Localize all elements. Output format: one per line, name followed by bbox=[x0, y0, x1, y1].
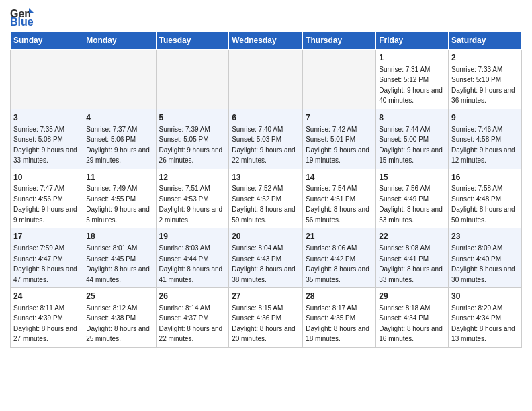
calendar-cell: 15Sunrise: 7:56 AM Sunset: 4:49 PM Dayli… bbox=[376, 169, 449, 228]
calendar-cell bbox=[303, 50, 376, 109]
day-info: Sunrise: 8:09 AM Sunset: 4:40 PM Dayligh… bbox=[451, 244, 515, 283]
day-number: 1 bbox=[379, 52, 445, 64]
day-number: 14 bbox=[306, 172, 373, 183]
day-info: Sunrise: 7:31 AM Sunset: 5:12 PM Dayligh… bbox=[379, 66, 443, 105]
day-number: 20 bbox=[232, 231, 300, 242]
weekday-header: Monday bbox=[83, 32, 156, 50]
day-number: 25 bbox=[86, 291, 152, 302]
calendar-week-row: 1Sunrise: 7:31 AM Sunset: 5:12 PM Daylig… bbox=[11, 50, 522, 109]
day-number: 16 bbox=[451, 172, 519, 183]
calendar-cell: 1Sunrise: 7:31 AM Sunset: 5:12 PM Daylig… bbox=[376, 50, 449, 109]
day-info: Sunrise: 8:01 AM Sunset: 4:45 PM Dayligh… bbox=[86, 244, 150, 283]
day-number: 30 bbox=[451, 291, 519, 302]
svg-text:Blue: Blue bbox=[10, 16, 34, 27]
day-info: Sunrise: 7:47 AM Sunset: 4:56 PM Dayligh… bbox=[13, 185, 77, 224]
day-info: Sunrise: 7:40 AM Sunset: 5:03 PM Dayligh… bbox=[232, 126, 296, 165]
page: Gen Blue SundayMondayTuesdayWednesdayThu… bbox=[0, 0, 532, 355]
day-info: Sunrise: 7:46 AM Sunset: 4:58 PM Dayligh… bbox=[451, 126, 515, 165]
calendar-table: SundayMondayTuesdayWednesdayThursdayFrid… bbox=[10, 31, 522, 348]
day-info: Sunrise: 7:39 AM Sunset: 5:05 PM Dayligh… bbox=[159, 126, 223, 165]
calendar-cell: 6Sunrise: 7:40 AM Sunset: 5:03 PM Daylig… bbox=[229, 109, 303, 169]
day-info: Sunrise: 7:37 AM Sunset: 5:06 PM Dayligh… bbox=[86, 126, 150, 165]
calendar-week-row: 3Sunrise: 7:35 AM Sunset: 5:08 PM Daylig… bbox=[11, 109, 522, 169]
day-number: 19 bbox=[159, 231, 226, 242]
calendar-cell: 11Sunrise: 7:49 AM Sunset: 4:55 PM Dayli… bbox=[83, 169, 156, 228]
header: Gen Blue bbox=[10, 7, 522, 27]
calendar-week-row: 10Sunrise: 7:47 AM Sunset: 4:56 PM Dayli… bbox=[11, 169, 522, 228]
day-info: Sunrise: 7:44 AM Sunset: 5:00 PM Dayligh… bbox=[379, 126, 443, 165]
weekday-header: Friday bbox=[376, 32, 449, 50]
day-info: Sunrise: 8:18 AM Sunset: 4:34 PM Dayligh… bbox=[379, 304, 443, 343]
day-number: 23 bbox=[451, 231, 519, 242]
logo: Gen Blue bbox=[10, 7, 34, 27]
calendar-cell: 7Sunrise: 7:42 AM Sunset: 5:01 PM Daylig… bbox=[303, 109, 376, 169]
day-info: Sunrise: 7:56 AM Sunset: 4:49 PM Dayligh… bbox=[379, 185, 443, 224]
day-info: Sunrise: 8:12 AM Sunset: 4:38 PM Dayligh… bbox=[86, 304, 150, 343]
calendar-cell: 10Sunrise: 7:47 AM Sunset: 4:56 PM Dayli… bbox=[11, 169, 83, 228]
day-number: 7 bbox=[306, 112, 373, 124]
calendar-cell: 22Sunrise: 8:08 AM Sunset: 4:41 PM Dayli… bbox=[376, 228, 449, 288]
weekday-header: Sunday bbox=[11, 32, 83, 50]
day-number: 11 bbox=[86, 172, 152, 183]
day-number: 27 bbox=[232, 291, 300, 302]
logo-icon: Gen Blue bbox=[10, 7, 34, 27]
day-info: Sunrise: 7:51 AM Sunset: 4:53 PM Dayligh… bbox=[159, 185, 223, 224]
calendar-cell bbox=[83, 50, 156, 109]
calendar-cell: 19Sunrise: 8:03 AM Sunset: 4:44 PM Dayli… bbox=[156, 228, 229, 288]
calendar-cell: 8Sunrise: 7:44 AM Sunset: 5:00 PM Daylig… bbox=[376, 109, 449, 169]
calendar-cell: 16Sunrise: 7:58 AM Sunset: 4:48 PM Dayli… bbox=[449, 169, 522, 228]
day-number: 22 bbox=[379, 231, 445, 242]
calendar-cell: 28Sunrise: 8:17 AM Sunset: 4:35 PM Dayli… bbox=[303, 288, 376, 348]
weekday-header: Thursday bbox=[303, 32, 376, 50]
calendar-cell: 14Sunrise: 7:54 AM Sunset: 4:51 PM Dayli… bbox=[303, 169, 376, 228]
day-info: Sunrise: 8:17 AM Sunset: 4:35 PM Dayligh… bbox=[306, 304, 369, 343]
day-number: 29 bbox=[379, 291, 445, 302]
day-number: 15 bbox=[379, 172, 445, 183]
calendar-cell: 30Sunrise: 8:20 AM Sunset: 4:34 PM Dayli… bbox=[449, 288, 522, 348]
weekday-header: Wednesday bbox=[229, 32, 303, 50]
calendar-header-row: SundayMondayTuesdayWednesdayThursdayFrid… bbox=[11, 32, 522, 50]
day-number: 26 bbox=[159, 291, 226, 302]
calendar-cell: 27Sunrise: 8:15 AM Sunset: 4:36 PM Dayli… bbox=[229, 288, 303, 348]
day-number: 10 bbox=[13, 172, 80, 183]
day-number: 21 bbox=[306, 231, 373, 242]
calendar-cell: 9Sunrise: 7:46 AM Sunset: 4:58 PM Daylig… bbox=[449, 109, 522, 169]
calendar-cell: 26Sunrise: 8:14 AM Sunset: 4:37 PM Dayli… bbox=[156, 288, 229, 348]
day-number: 8 bbox=[379, 112, 445, 124]
calendar-cell: 25Sunrise: 8:12 AM Sunset: 4:38 PM Dayli… bbox=[83, 288, 156, 348]
weekday-header: Tuesday bbox=[156, 32, 229, 50]
calendar-cell: 2Sunrise: 7:33 AM Sunset: 5:10 PM Daylig… bbox=[449, 50, 522, 109]
weekday-header: Saturday bbox=[449, 32, 522, 50]
calendar-cell bbox=[11, 50, 83, 109]
day-number: 3 bbox=[13, 112, 80, 124]
calendar-cell: 20Sunrise: 8:04 AM Sunset: 4:43 PM Dayli… bbox=[229, 228, 303, 288]
day-number: 18 bbox=[86, 231, 152, 242]
day-info: Sunrise: 7:49 AM Sunset: 4:55 PM Dayligh… bbox=[86, 185, 150, 224]
day-info: Sunrise: 8:15 AM Sunset: 4:36 PM Dayligh… bbox=[232, 304, 296, 343]
calendar-cell bbox=[229, 50, 303, 109]
calendar-cell: 23Sunrise: 8:09 AM Sunset: 4:40 PM Dayli… bbox=[449, 228, 522, 288]
day-number: 28 bbox=[306, 291, 373, 302]
day-info: Sunrise: 7:59 AM Sunset: 4:47 PM Dayligh… bbox=[13, 244, 77, 283]
day-info: Sunrise: 8:06 AM Sunset: 4:42 PM Dayligh… bbox=[306, 244, 369, 283]
day-number: 24 bbox=[13, 291, 80, 302]
day-number: 5 bbox=[159, 112, 226, 124]
calendar-cell: 3Sunrise: 7:35 AM Sunset: 5:08 PM Daylig… bbox=[11, 109, 83, 169]
day-number: 2 bbox=[451, 52, 519, 64]
calendar-cell: 18Sunrise: 8:01 AM Sunset: 4:45 PM Dayli… bbox=[83, 228, 156, 288]
day-info: Sunrise: 7:54 AM Sunset: 4:51 PM Dayligh… bbox=[306, 185, 369, 224]
day-info: Sunrise: 8:14 AM Sunset: 4:37 PM Dayligh… bbox=[159, 304, 223, 343]
calendar-cell bbox=[156, 50, 229, 109]
day-info: Sunrise: 8:03 AM Sunset: 4:44 PM Dayligh… bbox=[159, 244, 223, 283]
calendar-cell: 21Sunrise: 8:06 AM Sunset: 4:42 PM Dayli… bbox=[303, 228, 376, 288]
day-info: Sunrise: 8:08 AM Sunset: 4:41 PM Dayligh… bbox=[379, 244, 443, 283]
day-info: Sunrise: 7:42 AM Sunset: 5:01 PM Dayligh… bbox=[306, 126, 369, 165]
calendar-cell: 24Sunrise: 8:11 AM Sunset: 4:39 PM Dayli… bbox=[11, 288, 83, 348]
day-info: Sunrise: 8:11 AM Sunset: 4:39 PM Dayligh… bbox=[13, 304, 77, 343]
calendar-cell: 17Sunrise: 7:59 AM Sunset: 4:47 PM Dayli… bbox=[11, 228, 83, 288]
day-number: 9 bbox=[451, 112, 519, 124]
calendar-cell: 29Sunrise: 8:18 AM Sunset: 4:34 PM Dayli… bbox=[376, 288, 449, 348]
day-number: 6 bbox=[232, 112, 300, 124]
day-number: 4 bbox=[86, 112, 152, 124]
day-number: 17 bbox=[13, 231, 80, 242]
